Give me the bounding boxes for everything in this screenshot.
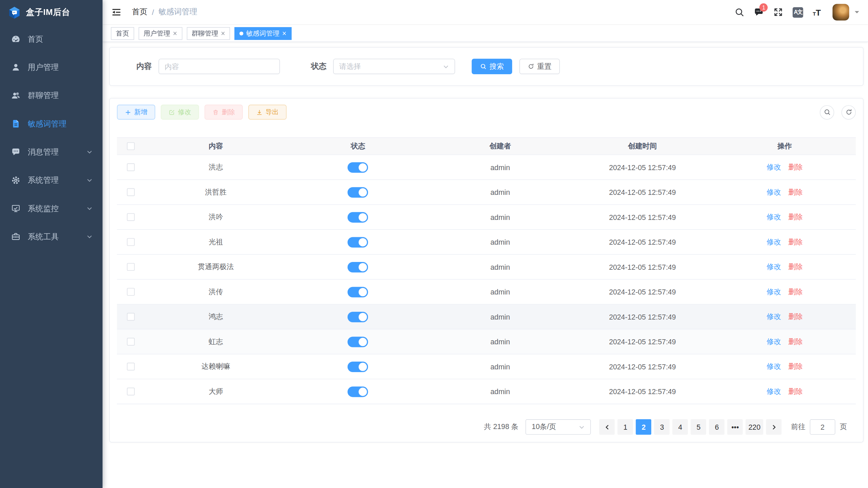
column-header-content: 内容: [145, 141, 287, 151]
sidebar-item-home[interactable]: 首页: [0, 25, 102, 53]
edit-link[interactable]: 修改: [767, 187, 781, 197]
translate-icon[interactable]: A文: [793, 7, 803, 17]
tab-label: 群聊管理: [192, 28, 218, 38]
sidebar-item-label: 系统监控: [28, 204, 59, 214]
main-area: 首页 / 敏感词管理 1 A文 TT: [102, 0, 868, 488]
status-toggle[interactable]: [348, 187, 368, 198]
delete-link[interactable]: 删除: [788, 362, 803, 371]
page-button[interactable]: 5: [691, 419, 707, 435]
search-icon[interactable]: [735, 7, 745, 17]
edit-link[interactable]: 修改: [767, 212, 781, 222]
add-button[interactable]: 新增: [117, 105, 155, 120]
status-toggle[interactable]: [348, 262, 368, 272]
select-all-checkbox[interactable]: [127, 142, 135, 150]
app-title: 盒子IM后台: [26, 7, 70, 18]
row-checkbox[interactable]: [127, 363, 135, 370]
close-icon[interactable]: ×: [221, 29, 225, 37]
status-toggle[interactable]: [348, 162, 368, 172]
status-toggle[interactable]: [348, 237, 368, 247]
status-toggle[interactable]: [348, 212, 368, 222]
edit-link[interactable]: 修改: [767, 387, 781, 396]
row-checkbox[interactable]: [127, 163, 135, 171]
edit-link[interactable]: 修改: [767, 337, 781, 347]
row-checkbox[interactable]: [127, 263, 135, 271]
edit-icon: [169, 109, 175, 116]
avatar[interactable]: [832, 4, 849, 20]
page-button[interactable]: 3: [654, 419, 670, 435]
sidebar-item-label: 系统管理: [28, 175, 59, 185]
column-header-creator: 创建者: [429, 141, 571, 151]
sidebar-item-system-monitor[interactable]: 系统监控: [0, 195, 102, 223]
delete-link[interactable]: 删除: [788, 237, 803, 247]
column-header-status: 状态: [287, 141, 429, 151]
edit-link[interactable]: 修改: [767, 262, 781, 272]
user-menu[interactable]: [832, 4, 859, 20]
sidebar-collapse-icon[interactable]: [111, 7, 121, 17]
tab-user-management[interactable]: 用户管理 ×: [139, 27, 182, 40]
edit-link[interactable]: 修改: [767, 287, 781, 297]
page-button[interactable]: 4: [673, 419, 688, 435]
status-toggle[interactable]: [348, 361, 368, 372]
sidebar-item-groups[interactable]: 群聊管理: [0, 81, 102, 109]
sidebar-item-users[interactable]: 用户管理: [0, 53, 102, 81]
sidebar-item-system-admin[interactable]: 系统管理: [0, 166, 102, 194]
delete-link[interactable]: 删除: [788, 387, 803, 396]
edit-link[interactable]: 修改: [767, 162, 781, 172]
delete-button[interactable]: 删除: [205, 105, 243, 120]
delete-link[interactable]: 删除: [788, 337, 803, 347]
search-button[interactable]: 搜索: [472, 59, 512, 74]
edit-button[interactable]: 修改: [161, 105, 199, 120]
sidebar-item-system-tools[interactable]: 系统工具: [0, 223, 102, 251]
content-input[interactable]: [158, 59, 280, 74]
row-checkbox[interactable]: [127, 188, 135, 196]
table-row: 光祖 admin 2024-12-05 12:57:49 修改删除: [117, 230, 856, 255]
row-checkbox[interactable]: [127, 288, 135, 296]
tab-home[interactable]: 首页: [111, 27, 134, 40]
next-page-button[interactable]: [766, 419, 782, 435]
reset-button[interactable]: 重置: [519, 59, 560, 74]
refresh-button[interactable]: [842, 105, 856, 119]
delete-link[interactable]: 删除: [788, 262, 803, 272]
page-button-active[interactable]: 2: [636, 419, 652, 435]
row-checkbox[interactable]: [127, 338, 135, 346]
status-toggle[interactable]: [348, 287, 368, 297]
edit-link[interactable]: 修改: [767, 362, 781, 371]
page-button[interactable]: 1: [618, 419, 633, 435]
close-icon[interactable]: ×: [173, 29, 177, 37]
row-checkbox[interactable]: [127, 238, 135, 246]
message-icon[interactable]: 1: [754, 7, 764, 17]
row-checkbox[interactable]: [127, 213, 135, 221]
export-button[interactable]: 导出: [248, 105, 287, 120]
status-select[interactable]: 请选择: [333, 59, 455, 74]
row-checkbox[interactable]: [127, 388, 135, 395]
delete-link[interactable]: 删除: [788, 212, 803, 222]
status-toggle[interactable]: [348, 311, 368, 322]
tab-group-management[interactable]: 群聊管理 ×: [187, 27, 230, 40]
font-size-icon[interactable]: TT: [813, 8, 821, 17]
close-icon[interactable]: ×: [282, 29, 286, 37]
edit-link[interactable]: 修改: [767, 237, 781, 247]
breadcrumb-home[interactable]: 首页: [132, 7, 148, 17]
sidebar-item-label: 系统工具: [28, 232, 59, 242]
goto-page-input[interactable]: [810, 419, 835, 435]
page-button[interactable]: 220: [746, 419, 763, 435]
status-toggle[interactable]: [348, 386, 368, 397]
row-checkbox[interactable]: [127, 313, 135, 321]
delete-link[interactable]: 删除: [788, 287, 803, 297]
delete-link[interactable]: 删除: [788, 187, 803, 197]
edit-link[interactable]: 修改: [767, 312, 781, 322]
delete-link[interactable]: 删除: [788, 162, 803, 172]
app-logo[interactable]: 盒子IM后台: [0, 0, 102, 25]
page-button[interactable]: 6: [709, 419, 725, 435]
sidebar-item-sensitive-words[interactable]: 敏感词管理: [0, 110, 102, 138]
goto-suffix: 页: [840, 422, 847, 432]
tab-sensitive-words[interactable]: 敏感词管理 ×: [235, 27, 292, 40]
status-toggle[interactable]: [348, 337, 368, 347]
show-search-button[interactable]: [820, 105, 834, 119]
sidebar-item-messages[interactable]: 消息管理: [0, 138, 102, 166]
prev-page-button[interactable]: [599, 419, 615, 435]
page-size-select[interactable]: 10条/页: [526, 419, 591, 435]
fullscreen-icon[interactable]: [773, 7, 783, 17]
more-pages-button[interactable]: •••: [727, 419, 743, 435]
delete-link[interactable]: 删除: [788, 312, 803, 322]
